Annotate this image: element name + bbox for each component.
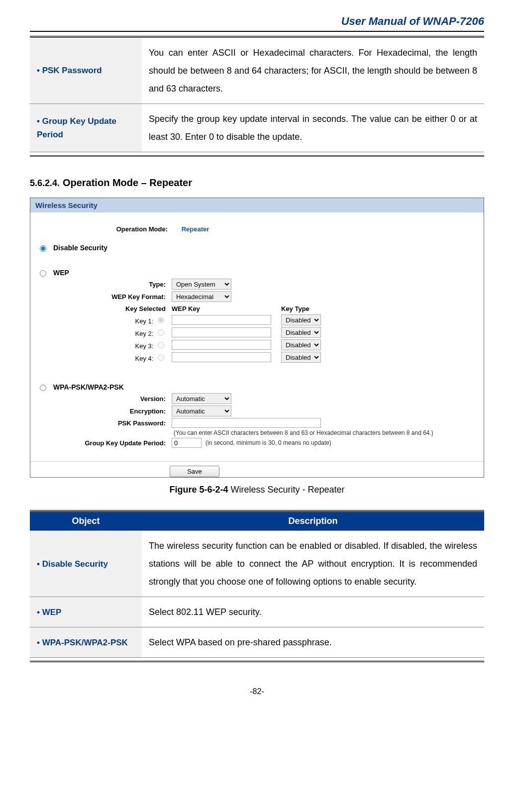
wep-type-label: Type: bbox=[37, 281, 172, 288]
table-row: PSK Password You can enter ASCII or Hexa… bbox=[30, 38, 484, 104]
parameter-table-bottom: Object Description Disable Security The … bbox=[30, 511, 484, 658]
wep-key-row: Key 3: Disabled bbox=[37, 339, 477, 350]
object-column-header: Object bbox=[30, 512, 142, 531]
disable-security-option[interactable]: Disable Security bbox=[37, 244, 477, 252]
key4-input[interactable] bbox=[172, 352, 271, 362]
psk-password-label: PSK Password: bbox=[37, 419, 172, 427]
section-number: 5.6.2.4. bbox=[30, 178, 60, 188]
key3-input[interactable] bbox=[172, 340, 271, 350]
psk-hint: (You can enter ASCII characters between … bbox=[172, 429, 433, 436]
key1-type-select[interactable]: Disabled bbox=[281, 314, 321, 325]
table1-bottom-rule bbox=[30, 155, 484, 157]
encryption-label: Encryption: bbox=[37, 407, 172, 415]
table-row: Group Key Update Period Specify the grou… bbox=[30, 104, 484, 152]
operation-mode-label: Operation Mode: bbox=[37, 225, 168, 233]
wireless-security-screenshot: Wireless Security Operation Mode: Repeat… bbox=[30, 198, 484, 478]
table-row: WEP Select 802.11 WEP security. bbox=[30, 597, 484, 627]
key4-label: Key 4: bbox=[135, 355, 154, 362]
key1-label: Key 1: bbox=[135, 317, 154, 325]
key2-radio[interactable] bbox=[158, 329, 164, 336]
operation-mode-row: Operation Mode: Repeater bbox=[37, 215, 477, 242]
group-key-period-input[interactable] bbox=[172, 438, 202, 448]
key-selected-header: Key Selected bbox=[37, 305, 172, 312]
key3-radio[interactable] bbox=[158, 342, 164, 348]
key3-label: Key 3: bbox=[135, 342, 154, 350]
wep-radio[interactable] bbox=[40, 270, 46, 277]
wep-key-row: Key 1: Disabled bbox=[37, 314, 477, 325]
wep-format-select[interactable]: Hexadecimal bbox=[172, 291, 231, 302]
psk-password-input[interactable] bbox=[172, 418, 321, 428]
key3-type-select[interactable]: Disabled bbox=[281, 339, 321, 350]
section-heading: 5.6.2.4. Operation Mode – Repeater bbox=[30, 177, 484, 189]
wep-key-header: WEP Key bbox=[172, 305, 281, 312]
wpa-option[interactable]: WPA-PSK/WPA2-PSK bbox=[37, 383, 477, 391]
key1-radio[interactable] bbox=[158, 317, 164, 323]
table-row: Disable Security The wireless security f… bbox=[30, 531, 484, 597]
table-row: WPA-PSK/WPA2-PSK Select WPA based on pre… bbox=[30, 627, 484, 658]
version-label: Version: bbox=[37, 395, 172, 403]
object-description: Specify the group key update interval in… bbox=[142, 104, 484, 152]
wep-key-row: Key 4: Disabled bbox=[37, 352, 477, 363]
wep-type-select[interactable]: Open System bbox=[172, 279, 231, 290]
figure-caption-text: Wireless Security - Repeater bbox=[228, 485, 344, 495]
operation-mode-value: Repeater bbox=[170, 225, 209, 233]
key4-radio[interactable] bbox=[158, 354, 164, 361]
panel-title: Wireless Security bbox=[30, 198, 484, 212]
header-divider bbox=[30, 31, 484, 32]
parameter-table-top: PSK Password You can enter ASCII or Hexa… bbox=[30, 37, 484, 152]
object-label: WEP bbox=[37, 608, 61, 617]
disable-security-label: Disable Security bbox=[53, 244, 107, 252]
object-description: You can enter ASCII or Hexadecimal chara… bbox=[142, 38, 484, 104]
key4-type-select[interactable]: Disabled bbox=[281, 352, 321, 363]
object-description: The wireless security function can be en… bbox=[142, 531, 484, 597]
key1-input[interactable] bbox=[172, 315, 271, 325]
key2-input[interactable] bbox=[172, 327, 271, 337]
object-label: Disable Security bbox=[37, 559, 108, 569]
figure-caption: Figure 5-6-2-4 Wireless Security - Repea… bbox=[30, 485, 484, 495]
group-key-period-hint: (in second, minimum is 30, 0 means no up… bbox=[202, 439, 331, 446]
object-description: Select 802.11 WEP security. bbox=[142, 597, 484, 627]
description-column-header: Description bbox=[142, 512, 484, 531]
section-title: Operation Mode – Repeater bbox=[63, 177, 192, 188]
page-number: -82- bbox=[30, 687, 484, 696]
manual-header: User Manual of WNAP-7206 bbox=[30, 15, 484, 28]
table2-bottom-rule bbox=[30, 661, 484, 662]
wep-label: WEP bbox=[53, 269, 69, 277]
encryption-select[interactable]: Automatic bbox=[172, 406, 231, 416]
wpa-label: WPA-PSK/WPA2-PSK bbox=[53, 383, 124, 391]
object-description: Select WPA based on pre-shared passphras… bbox=[142, 627, 484, 658]
wpa-radio[interactable] bbox=[40, 385, 46, 391]
object-label: Group Key Update Period bbox=[37, 116, 116, 139]
object-label: PSK Password bbox=[37, 66, 102, 75]
object-label: WPA-PSK/WPA2-PSK bbox=[37, 638, 128, 647]
key2-label: Key 2: bbox=[135, 330, 154, 337]
key-type-header: Key Type bbox=[281, 305, 336, 312]
key2-type-select[interactable]: Disabled bbox=[281, 327, 321, 338]
wep-key-row: Key 2: Disabled bbox=[37, 327, 477, 338]
disable-security-radio[interactable] bbox=[40, 245, 46, 252]
save-button[interactable]: Save bbox=[170, 466, 219, 477]
group-key-period-label: Group Key Update Period: bbox=[37, 439, 172, 447]
wep-option[interactable]: WEP bbox=[37, 269, 477, 277]
version-select[interactable]: Automatic bbox=[172, 393, 231, 404]
wep-format-label: WEP Key Format: bbox=[37, 293, 172, 301]
figure-caption-num: Figure 5-6-2-4 bbox=[169, 485, 228, 495]
